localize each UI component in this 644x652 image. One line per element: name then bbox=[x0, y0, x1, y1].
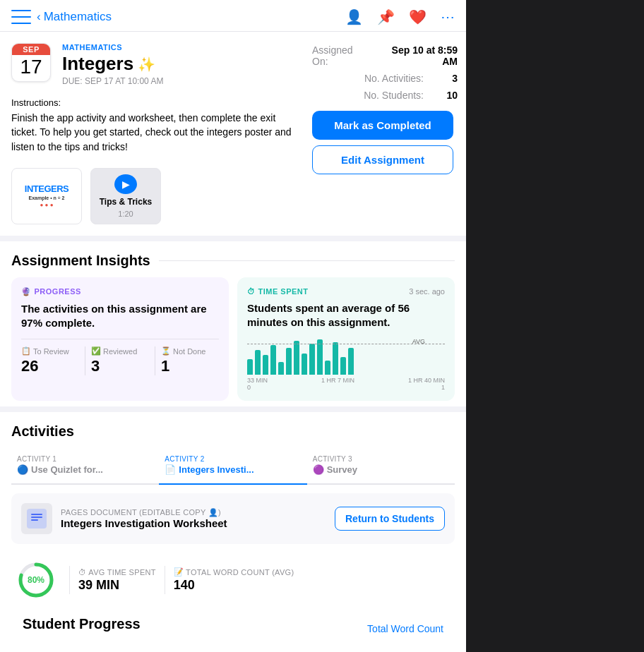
divider-2 bbox=[0, 406, 466, 412]
calendar-badge: SEP 17 bbox=[11, 43, 51, 82]
bar-12 bbox=[333, 342, 338, 375]
subject-label: MATHEMATICS bbox=[62, 43, 292, 52]
bar-14 bbox=[348, 348, 354, 375]
avg-time-value: 39 MIN bbox=[78, 578, 156, 593]
tab-3-num: ACTIVITY 3 bbox=[313, 455, 449, 463]
progress-circle: 80% bbox=[17, 561, 55, 599]
progress-circle-wrap: 80% bbox=[11, 561, 61, 599]
activities-label: No. Activities: bbox=[364, 73, 424, 84]
assigned-on-row: Assigned On: Sep 10 at 8:59 AM bbox=[312, 42, 458, 70]
svg-rect-2 bbox=[31, 517, 42, 518]
tab-2-name: Integers Investi... bbox=[179, 464, 254, 475]
bar-5 bbox=[278, 362, 284, 375]
activities-value: 3 bbox=[429, 73, 458, 84]
doc-info: PAGES DOCUMENT (EDITABLE COPY 👤) Integer… bbox=[61, 508, 326, 529]
to-review-stat: 📋 To Review 26 bbox=[21, 346, 85, 375]
to-review-value: 26 bbox=[21, 357, 79, 375]
bar-13 bbox=[340, 357, 346, 375]
progress-label: 🔮 PROGRESS bbox=[21, 287, 219, 296]
chevron-left-icon: ‹ bbox=[37, 10, 41, 24]
heart-icon[interactable]: ❤️ bbox=[409, 8, 427, 25]
bar-3 bbox=[263, 355, 268, 375]
assignment-title: Integers ✨ bbox=[62, 53, 292, 75]
word-count-col: 📝 TOTAL WORD COUNT (AVG) 140 bbox=[174, 567, 294, 593]
not-done-icon: ⏳ bbox=[161, 346, 171, 356]
back-button[interactable]: ‹ Mathematics bbox=[37, 10, 112, 24]
bar-4 bbox=[270, 345, 276, 375]
stats-row: 80% ⏱ AVG TIME SPENT 39 MIN 📝 TOTAL WORD… bbox=[11, 553, 455, 608]
time-card-header: ⏱ TIME SPENT 3 sec. ago bbox=[247, 287, 445, 301]
header-right: Assigned On: Sep 10 at 8:59 AM No. Activ… bbox=[304, 32, 466, 236]
student-progress-header: Student Progress Total Word Count bbox=[23, 616, 443, 641]
assignment-info: MATHEMATICS Integers ✨ DUE: SEP 17 AT 10… bbox=[62, 43, 292, 86]
instructions-section: Instructions: Finish the app activity an… bbox=[0, 92, 304, 162]
edit-assignment-button[interactable]: Edit Assignment bbox=[312, 145, 453, 174]
time-card: ⏱ TIME SPENT 3 sec. ago Students spent a… bbox=[237, 277, 455, 402]
tab-3-name: Survey bbox=[327, 464, 357, 475]
tab-1-num: ACTIVITY 1 bbox=[17, 455, 153, 463]
word-count-value: 140 bbox=[174, 578, 294, 593]
reviewed-label: ✅ Reviewed bbox=[91, 346, 149, 356]
student-progress-section: Student Progress Total Word Count JB Jas… bbox=[11, 608, 455, 652]
avg-time-label: ⏱ AVG TIME SPENT bbox=[78, 568, 156, 576]
time-icon: ⏱ bbox=[247, 287, 256, 296]
svg-rect-0 bbox=[27, 509, 47, 529]
assignment-header: SEP 17 MATHEMATICS Integers ✨ DUE: SEP 1… bbox=[0, 32, 304, 92]
activities-row: No. Activities: 3 bbox=[312, 70, 458, 87]
stat-divider-1 bbox=[69, 566, 70, 594]
bar-chart: AVG bbox=[247, 338, 445, 375]
time-text: Students spent an average of 56 minutes … bbox=[247, 301, 445, 330]
progress-card: 🔮 PROGRESS The activities on this assign… bbox=[11, 277, 229, 402]
reviewed-icon: ✅ bbox=[91, 346, 101, 356]
progress-text: The activities on this assignment are 97… bbox=[21, 302, 219, 331]
activity-tab-3[interactable]: ACTIVITY 3 🟣 Survey bbox=[307, 448, 455, 485]
bar-10 bbox=[317, 339, 323, 375]
insights-title: Assignment Insights bbox=[11, 253, 150, 269]
progress-icon: 🔮 bbox=[21, 287, 32, 296]
video-label: Tips & Tricks bbox=[100, 197, 152, 207]
right-panel bbox=[466, 0, 644, 652]
not-done-value: 1 bbox=[161, 357, 219, 375]
title-text: Integers bbox=[62, 53, 133, 75]
bar-6 bbox=[286, 348, 292, 375]
x-label-1: 33 MIN bbox=[247, 377, 268, 384]
video-attachment[interactable]: ▶ Tips & Tricks 1:20 bbox=[90, 168, 161, 224]
bar-2 bbox=[255, 350, 261, 375]
sidebar-toggle[interactable] bbox=[11, 10, 31, 24]
doc-icon bbox=[21, 503, 52, 534]
ellipsis-icon[interactable]: ⋯ bbox=[441, 8, 455, 25]
tab-2-icon: 📄 bbox=[165, 464, 176, 475]
person-icon[interactable]: 👤 bbox=[345, 8, 363, 25]
return-to-students-button[interactable]: Return to Students bbox=[335, 507, 445, 531]
x-label-3: 1 HR 40 MIN bbox=[408, 377, 445, 384]
avg-time-col: ⏱ AVG TIME SPENT 39 MIN bbox=[78, 568, 156, 593]
assigned-on-value: Sep 10 at 8:59 AM bbox=[376, 44, 458, 67]
y-label-0: 0 bbox=[247, 384, 251, 391]
instructions-text: Finish the app activity and worksheet, t… bbox=[11, 111, 292, 154]
activity-tabs: ACTIVITY 1 🔵 Use Quizlet for... ACTIVITY… bbox=[11, 448, 455, 485]
total-word-count-link[interactable]: Total Word Count bbox=[367, 623, 443, 634]
bar-1 bbox=[247, 359, 253, 375]
avg-label: AVG bbox=[412, 338, 425, 345]
action-buttons: Mark as Completed Edit Assignment bbox=[312, 111, 458, 174]
mark-completed-button[interactable]: Mark as Completed bbox=[312, 111, 453, 140]
bar-11 bbox=[325, 361, 330, 375]
tab-3-icon: 🟣 bbox=[313, 464, 324, 475]
doc-type: PAGES DOCUMENT (EDITABLE COPY 👤) bbox=[61, 508, 326, 517]
play-button[interactable]: ▶ bbox=[114, 174, 137, 194]
time-ago: 3 sec. ago bbox=[409, 287, 445, 296]
activities-title: Activities bbox=[11, 423, 455, 440]
chart-y-labels: 0 1 bbox=[247, 384, 445, 391]
students-value: 10 bbox=[429, 90, 458, 101]
word-count-label: 📝 TOTAL WORD COUNT (AVG) bbox=[174, 567, 294, 576]
tab-2-num: ACTIVITY 2 bbox=[165, 455, 301, 463]
y-label-1: 1 bbox=[441, 384, 445, 391]
integers-attachment[interactable]: INTEGERS Example • n ÷ 2 ● ● ● bbox=[11, 168, 82, 224]
reviewed-value: 3 bbox=[91, 357, 149, 375]
pin-icon[interactable]: 📌 bbox=[377, 8, 395, 25]
header-left: SEP 17 MATHEMATICS Integers ✨ DUE: SEP 1… bbox=[0, 32, 304, 236]
students-label: No. Students: bbox=[364, 90, 424, 101]
activity-tab-1[interactable]: ACTIVITY 1 🔵 Use Quizlet for... bbox=[11, 448, 159, 485]
activity-tab-2[interactable]: ACTIVITY 2 📄 Integers Investi... bbox=[159, 448, 306, 485]
insights-header: Assignment Insights bbox=[11, 253, 455, 269]
